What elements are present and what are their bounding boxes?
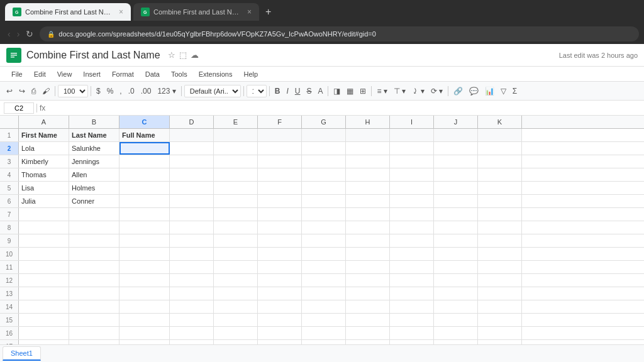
cell-B12[interactable] <box>69 274 119 287</box>
menu-view[interactable]: View <box>52 69 77 79</box>
row-number-13[interactable]: 13 <box>0 287 19 300</box>
cell-A9[interactable] <box>19 234 69 247</box>
text-wrap-button[interactable]: ⤸ ▾ <box>409 85 426 97</box>
col-header-h[interactable]: H <box>346 116 390 128</box>
cell-K15[interactable] <box>478 314 522 326</box>
cell-F10[interactable] <box>258 248 302 260</box>
row-number-15[interactable]: 15 <box>0 314 19 326</box>
print-button[interactable]: ⎙ <box>29 85 38 97</box>
cell-J11[interactable] <box>434 261 478 273</box>
cell-C11[interactable] <box>119 261 170 273</box>
filter-button[interactable]: ▽ <box>498 85 509 97</box>
cell-F16[interactable] <box>258 327 302 339</box>
cell-H6[interactable] <box>346 195 390 207</box>
cell-G2[interactable] <box>302 142 346 155</box>
font-size-select[interactable]: 10 <box>247 85 267 97</box>
cell-H1[interactable] <box>346 129 390 141</box>
cell-J6[interactable] <box>434 195 478 207</box>
cell-D13[interactable] <box>170 287 214 300</box>
cell-A14[interactable] <box>19 300 69 313</box>
tab-2-close[interactable]: × <box>247 8 252 16</box>
cell-F11[interactable] <box>258 261 302 273</box>
row-number-5[interactable]: 5 <box>0 182 19 194</box>
cell-I3[interactable] <box>390 155 434 168</box>
cell-A13[interactable] <box>19 287 69 300</box>
col-header-k[interactable]: K <box>478 116 522 128</box>
zoom-select[interactable]: 100% <box>58 85 88 97</box>
cell-H8[interactable] <box>346 221 390 234</box>
cell-D16[interactable] <box>170 327 214 339</box>
cell-H14[interactable] <box>346 300 390 313</box>
cell-I13[interactable] <box>390 287 434 300</box>
cell-H5[interactable] <box>346 182 390 194</box>
cell-C12[interactable] <box>119 274 170 287</box>
cell-J13[interactable] <box>434 287 478 300</box>
cell-I4[interactable] <box>390 168 434 181</box>
cell-C9[interactable] <box>119 234 170 247</box>
cell-H11[interactable] <box>346 261 390 273</box>
cell-I14[interactable] <box>390 300 434 313</box>
cell-D1[interactable] <box>170 129 214 141</box>
cell-E1[interactable] <box>214 129 258 141</box>
cell-J8[interactable] <box>434 221 478 234</box>
cell-E8[interactable] <box>214 221 258 234</box>
link-button[interactable]: 🔗 <box>451 85 465 97</box>
cell-E16[interactable] <box>214 327 258 339</box>
font-select[interactable]: Default (Ari... <box>184 85 241 97</box>
row-number-2[interactable]: 2 <box>0 142 19 155</box>
cell-A12[interactable] <box>19 274 69 287</box>
cell-B8[interactable] <box>69 221 119 234</box>
cell-A7[interactable] <box>19 208 69 221</box>
cell-E12[interactable] <box>214 274 258 287</box>
cell-G3[interactable] <box>302 155 346 168</box>
comment-button[interactable]: 💬 <box>467 85 481 97</box>
tab-1[interactable]: G Combine First and Last Name - G... × <box>5 3 131 21</box>
row-number-8[interactable]: 8 <box>0 221 19 234</box>
cell-C6[interactable] <box>119 195 170 207</box>
text-color-button[interactable]: A <box>315 85 325 97</box>
cell-E7[interactable] <box>214 208 258 221</box>
cell-B5[interactable]: Holmes <box>69 182 119 194</box>
percent-button[interactable]: % <box>104 85 116 97</box>
cell-I16[interactable] <box>390 327 434 339</box>
cell-I12[interactable] <box>390 274 434 287</box>
cell-B10[interactable] <box>69 248 119 260</box>
cell-K14[interactable] <box>478 300 522 313</box>
currency-button[interactable]: $ <box>94 85 103 97</box>
new-tab-button[interactable]: + <box>262 5 275 19</box>
cell-J4[interactable] <box>434 168 478 181</box>
cell-B16[interactable] <box>69 327 119 339</box>
cell-H12[interactable] <box>346 274 390 287</box>
cell-K2[interactable] <box>478 142 522 155</box>
cell-B4[interactable]: Allen <box>69 168 119 181</box>
cell-J3[interactable] <box>434 155 478 168</box>
cell-I10[interactable] <box>390 248 434 260</box>
cell-H3[interactable] <box>346 155 390 168</box>
paint-format-button[interactable]: 🖌 <box>40 85 52 97</box>
cell-D9[interactable] <box>170 234 214 247</box>
cell-H10[interactable] <box>346 248 390 260</box>
row-number-14[interactable]: 14 <box>0 300 19 313</box>
cell-K17[interactable] <box>478 340 522 344</box>
cell-I15[interactable] <box>390 314 434 326</box>
cell-C4[interactable] <box>119 168 170 181</box>
tab-1-close[interactable]: × <box>119 8 123 16</box>
reload-button[interactable]: ↻ <box>23 26 36 41</box>
menu-file[interactable]: File <box>6 69 28 79</box>
cell-I7[interactable] <box>390 208 434 221</box>
cell-K8[interactable] <box>478 221 522 234</box>
tab-2[interactable]: G Combine First and Last Name - ... × <box>133 3 259 21</box>
col-header-b[interactable]: B <box>69 116 119 128</box>
col-header-i[interactable]: I <box>390 116 434 128</box>
row-number-12[interactable]: 12 <box>0 274 19 287</box>
cell-reference-input[interactable] <box>4 102 34 114</box>
cell-G6[interactable] <box>302 195 346 207</box>
cell-I1[interactable] <box>390 129 434 141</box>
cell-A5[interactable]: Lisa <box>19 182 69 194</box>
cell-A11[interactable] <box>19 261 69 273</box>
cell-B3[interactable]: Jennings <box>69 155 119 168</box>
cell-I2[interactable] <box>390 142 434 155</box>
cell-A6[interactable]: Julia <box>19 195 69 207</box>
cell-H16[interactable] <box>346 327 390 339</box>
cell-D14[interactable] <box>170 300 214 313</box>
